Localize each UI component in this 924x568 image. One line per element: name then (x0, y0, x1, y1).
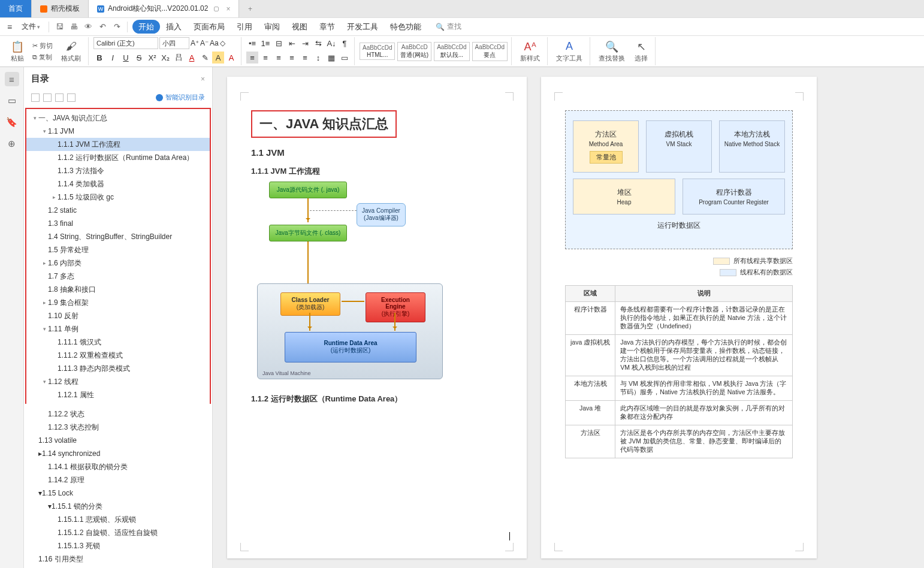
paste-button[interactable]: 📋粘贴 (7, 39, 28, 64)
text-effect-button[interactable]: A (225, 52, 237, 64)
outline-node[interactable]: 1.1.1 JVM 工作流程 (26, 138, 210, 151)
menu-tab-6[interactable]: 章节 (313, 20, 341, 34)
save-icon[interactable]: 🖫 (54, 22, 65, 32)
multilevel-button[interactable]: ⊟ (273, 37, 285, 49)
outline-node[interactable]: 1.11.1 饿汉式 (26, 336, 210, 349)
outline-node[interactable]: 1.14.2 原理 (24, 473, 212, 487)
align-right-button[interactable]: ≡ (273, 52, 285, 64)
collapse-all-button[interactable] (31, 93, 40, 102)
outline-node[interactable]: ▸1.6 内部类 (26, 256, 210, 270)
outline-node[interactable]: ▾1.15.1 锁的分类 (24, 500, 212, 513)
indent-dec-button[interactable]: ⇤ (286, 37, 298, 49)
bullets-button[interactable]: •≡ (246, 37, 258, 49)
align-center-button[interactable]: ≡ (259, 52, 271, 64)
superscript-button[interactable]: X² (146, 52, 158, 64)
outline-node[interactable]: 1.15.1.3 死锁 (24, 539, 212, 552)
align-dist-button[interactable]: ≡ (299, 52, 311, 64)
outline-node[interactable]: 1.3 final (26, 217, 210, 230)
twisty-icon[interactable]: ▸ (50, 192, 58, 203)
outline-node[interactable]: 1.11.3 静态内部类模式 (26, 362, 210, 375)
outline-node[interactable]: 1.5 异常处理 (26, 243, 210, 256)
show-marks-button[interactable]: ¶ (339, 37, 351, 49)
tab-button[interactable]: ⇆ (312, 37, 324, 49)
outline-node[interactable]: 1.11.2 双重检查模式 (26, 349, 210, 362)
outline-node[interactable]: 1.10 反射 (26, 309, 210, 322)
shading-button[interactable]: ▦ (325, 52, 337, 64)
find-replace-button[interactable]: 🔍查找替换 (595, 39, 629, 64)
print-icon[interactable]: 🖶 (68, 22, 79, 32)
grow-font-icon[interactable]: A⁺ (191, 39, 199, 47)
outline-node[interactable]: 1.12.1 属性 (26, 388, 210, 401)
ai-outline-button[interactable]: 智能识别目录 (156, 93, 205, 102)
search-box[interactable]: 🔍查找 (436, 22, 461, 32)
undo-icon[interactable]: ↶ (97, 22, 108, 32)
font-size-select[interactable]: 小四 (159, 37, 189, 49)
indent-inc-button[interactable]: ⇥ (299, 37, 311, 49)
close-panel-icon[interactable]: × (201, 75, 205, 83)
preview-icon[interactable]: 👁 (83, 22, 93, 32)
menu-tab-3[interactable]: 引用 (231, 20, 258, 34)
outline-node[interactable]: ▾1.1 JVM (26, 125, 210, 138)
twisty-icon[interactable]: ▾ (41, 126, 48, 137)
borders-button[interactable]: ▭ (339, 52, 351, 64)
style-preset[interactable]: AaBbCcDdHTML... (360, 43, 395, 60)
outline-node[interactable]: 1.16 引用类型 (24, 552, 212, 566)
tab-templates[interactable]: 稻壳模板 (32, 0, 89, 17)
tab-document[interactable]: WAndroid核心知识...V2020.01.02× (89, 0, 239, 17)
tab-home[interactable]: 首页 (0, 0, 32, 17)
outline-node[interactable]: ▸1.1.5 垃圾回收 gc (26, 191, 210, 204)
line-spacing-button[interactable]: ↕ (312, 52, 324, 64)
redo-icon[interactable]: ↷ (111, 22, 122, 32)
menu-tab-0[interactable]: 开始 (132, 20, 160, 34)
outline-node[interactable]: 1.1.4 类加载器 (26, 177, 210, 191)
expand-all-button[interactable] (43, 93, 52, 102)
outline-icon[interactable]: ≡ (5, 72, 19, 86)
twisty-icon[interactable]: ▸ (41, 297, 48, 308)
outline-node[interactable]: 1.12.3 状态控制 (24, 421, 212, 434)
outline-node[interactable]: 1.2 static (26, 204, 210, 217)
bookmark-icon[interactable]: 🔖 (5, 115, 19, 129)
align-justify-button[interactable]: ≡ (286, 52, 298, 64)
outline-node[interactable]: ▾1.12 线程 (26, 375, 210, 388)
select-button[interactable]: ↖选择 (631, 39, 651, 64)
menu-tab-5[interactable]: 视图 (286, 20, 313, 34)
twisty-icon[interactable]: ▸ (41, 258, 48, 268)
border-pen-icon[interactable]: ✎ (199, 52, 211, 64)
highlight-button[interactable]: A (212, 52, 224, 64)
align-left-button[interactable]: ≡ (246, 52, 258, 64)
outline-node[interactable]: 1.7 多态 (26, 270, 210, 283)
style-preset[interactable]: AaBbCcD普通(网站) (397, 42, 431, 61)
strike-button[interactable]: S (133, 52, 145, 64)
outline-node[interactable]: 1.15.1.1 悲观锁、乐观锁 (24, 513, 212, 526)
outline-node[interactable]: ▾1.15 Lock (24, 487, 212, 500)
close-icon[interactable]: × (226, 5, 230, 13)
menu-tab-8[interactable]: 特色功能 (384, 20, 427, 34)
outline-node[interactable]: 1.12.2 状态 (24, 407, 212, 421)
clear-format-icon[interactable]: ◇ (220, 39, 225, 47)
change-case-icon[interactable]: Aa (210, 39, 219, 47)
subscript-button[interactable]: X₂ (159, 52, 171, 64)
format-brush-button[interactable]: 🖌格式刷 (58, 39, 84, 64)
pages-icon[interactable]: ▭ (5, 93, 19, 108)
text-tool-button[interactable]: A文字工具 (552, 39, 586, 64)
outline-node[interactable]: 1.8 抽象和接口 (26, 283, 210, 296)
tab-add[interactable]: + (239, 0, 261, 17)
style-preset[interactable]: AaBbCcDd要点 (472, 42, 508, 61)
outline-node[interactable]: 1.14.1 根据获取的锁分类 (24, 460, 212, 473)
new-style-button[interactable]: Aᴬ新样式 (517, 39, 543, 64)
zoom-icon[interactable]: ⊕ (5, 137, 19, 151)
twisty-icon[interactable]: ▾ (31, 113, 38, 123)
outline-node[interactable]: ▸1.14 synchronized (24, 447, 212, 460)
outline-node[interactable]: ▸1.9 集合框架 (26, 296, 210, 309)
menu-tab-4[interactable]: 审阅 (258, 20, 286, 34)
copy-button[interactable]: ⧉复制 (30, 52, 55, 62)
font-name-select[interactable]: Calibri (正文) (93, 37, 158, 49)
hamburger-icon[interactable]: ≡ (5, 21, 14, 33)
outline-node[interactable]: 1.15.1.2 自旋锁、适应性自旋锁 (24, 526, 212, 539)
menu-tab-7[interactable]: 开发工具 (341, 20, 384, 34)
outline-node[interactable]: 1.13 volatile (24, 434, 212, 447)
cut-button[interactable]: ✂剪切 (30, 41, 55, 51)
outline-node[interactable]: 1.1.2 运行时数据区（Runtime Data Area） (26, 151, 210, 164)
underline-button[interactable]: U (120, 52, 132, 64)
menu-tab-2[interactable]: 页面布局 (188, 20, 231, 34)
